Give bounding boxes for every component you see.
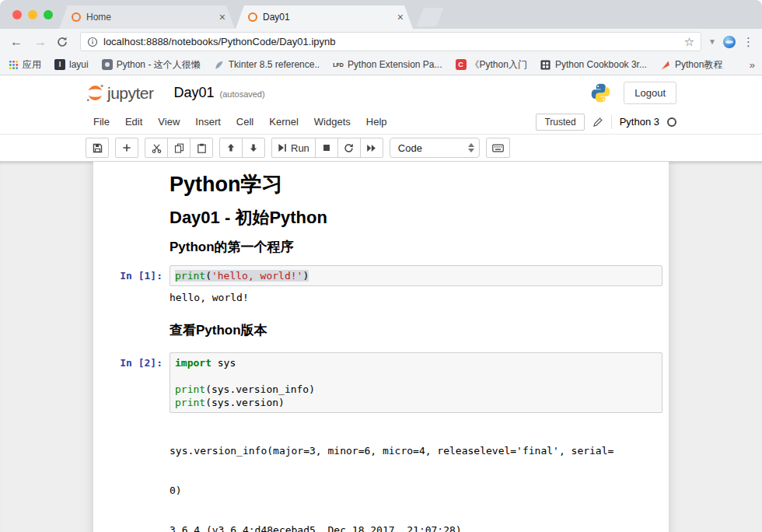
downloads-dropdown-icon[interactable]: ▼ [708, 37, 716, 46]
run-icon [278, 143, 287, 152]
browser-menu-icon[interactable]: ⋮ [743, 35, 754, 49]
trusted-button[interactable]: Trusted [536, 114, 584, 131]
move-cell-up-button[interactable] [219, 138, 243, 158]
address-bar: ← → localhost:8888/notebooks/PythonCode/… [0, 29, 762, 54]
url-text[interactable]: localhost:8888/notebooks/PythonCode/Day0… [103, 36, 679, 47]
interrupt-kernel-button[interactable] [315, 138, 338, 158]
restart-run-all-button[interactable] [360, 138, 383, 158]
code-input-area[interactable]: print('hello, world!') [170, 265, 662, 286]
copy-cell-button[interactable] [167, 138, 190, 158]
bookmark-cookbook[interactable]: Python Cookbook 3r... [540, 59, 647, 70]
output-text: hello, world! [170, 286, 662, 309]
close-window-button[interactable] [12, 10, 22, 19]
code-token: sys [211, 357, 236, 369]
tab-close-icon[interactable]: × [219, 12, 225, 23]
prompt-spacer [93, 323, 170, 338]
output-cell-2: sys.version_info(major=3, minor=6, micro… [93, 413, 662, 532]
input-prompt: In [2]: [93, 352, 170, 413]
code-token-builtin: print [175, 383, 205, 395]
minimize-window-button[interactable] [28, 10, 37, 19]
bookmarks-overflow-icon[interactable]: » [750, 59, 755, 71]
bookmark-apps[interactable]: 应用 [8, 58, 41, 72]
menu-kernel[interactable]: Kernel [261, 111, 306, 132]
python-blog-icon [102, 59, 113, 70]
paste-icon [197, 143, 207, 153]
book-grid-icon [540, 59, 551, 70]
header-right: Logout [590, 82, 676, 104]
save-button[interactable] [86, 138, 109, 158]
bookmarks-bar: 应用 l layui Python - 这个人很懒 Tkinter 8.5 re… [0, 54, 762, 75]
bookmark-star-icon[interactable]: ☆ [684, 35, 694, 49]
code-cell-2[interactable]: In [2]: import sys print(sys.version_inf… [93, 352, 662, 413]
bookmark-python-tutorial[interactable]: Python教程 [660, 58, 722, 72]
notebook-scroll-area[interactable]: Python学习 Day01 - 初始Python Python的第一个程序 I… [0, 162, 762, 532]
markdown-cell-h2[interactable]: Day01 - 初始Python [93, 208, 662, 227]
traffic-lights [12, 10, 53, 19]
new-tab-button[interactable] [416, 8, 444, 26]
logout-button[interactable]: Logout [624, 82, 676, 104]
move-cell-down-button[interactable] [242, 138, 265, 158]
tab-home[interactable]: Home × [59, 5, 235, 29]
markdown-cell-h3b[interactable]: 查看Python版本 [93, 323, 662, 338]
bookmark-tkinter[interactable]: Tkinter 8.5 reference.. [214, 59, 320, 70]
output-cell-1: hello, world! [93, 286, 662, 309]
bookmark-python-extension[interactable]: LFD Python Extension Pa... [333, 59, 442, 70]
edit-mode-pencil-icon [592, 117, 603, 128]
bookmark-layui[interactable]: l layui [54, 59, 89, 70]
bookmark-python-blog[interactable]: Python - 这个人很懒 [102, 58, 201, 72]
save-icon [93, 143, 103, 153]
menu-cell[interactable]: Cell [229, 111, 261, 132]
bookmark-label: Python Cookbook 3r... [555, 59, 647, 70]
heading-2: Day01 - 初始Python [170, 208, 662, 227]
bookmark-label: Python教程 [675, 58, 722, 72]
prompt-spacer [93, 208, 170, 227]
menu-help[interactable]: Help [358, 111, 395, 132]
reload-button[interactable] [56, 36, 73, 48]
feather-icon [214, 59, 225, 70]
extension-globe-icon[interactable] [723, 36, 736, 48]
paste-cell-button[interactable] [190, 138, 213, 158]
tab-close-icon[interactable]: × [397, 12, 404, 23]
page-info-icon[interactable] [87, 37, 98, 47]
input-prompt: In [1]: [93, 265, 170, 286]
code-cell-1[interactable]: In [1]: print('hello, world!') [93, 265, 662, 286]
add-cell-button[interactable] [115, 138, 138, 158]
bookmark-label: 应用 [23, 58, 41, 72]
bookmark-csdn-python[interactable]: C 《Python入门 [456, 58, 527, 72]
menu-widgets[interactable]: Widgets [306, 111, 358, 132]
url-field[interactable]: localhost:8888/notebooks/PythonCode/Day0… [80, 32, 701, 51]
back-button[interactable]: ← [8, 35, 25, 49]
keyboard-icon [492, 143, 504, 153]
prompt-spacer [93, 173, 170, 197]
code-input-area[interactable]: import sys print(sys.version_info) print… [170, 352, 662, 413]
cut-cell-button[interactable] [145, 138, 168, 158]
run-cell-button[interactable]: Run [271, 138, 316, 158]
jupyter-favicon-icon [248, 12, 257, 22]
plus-icon [122, 143, 131, 152]
cell-type-select[interactable]: Code [390, 138, 480, 158]
forward-button[interactable]: → [32, 35, 49, 49]
restart-icon [344, 143, 354, 153]
cut-icon [152, 143, 162, 153]
code-token-string: 'hello, world!' [211, 270, 302, 282]
python-logo-icon [590, 82, 611, 103]
code-token-builtin: print [175, 270, 205, 282]
notebook-title-wrap: Day01 (autosaved) [174, 85, 265, 101]
heading-3: Python的第一个程序 [170, 240, 662, 255]
bookmark-label: Tkinter 8.5 reference.. [229, 59, 320, 70]
output-line: sys.version_info(major=3, minor=6, micro… [170, 444, 662, 457]
menu-edit[interactable]: Edit [117, 111, 150, 132]
bookmark-label: Python Extension Pa... [348, 59, 442, 70]
notebook-title[interactable]: Day01 [174, 85, 215, 101]
restart-kernel-button[interactable] [337, 138, 361, 158]
markdown-cell-h3a[interactable]: Python的第一个程序 [93, 240, 662, 255]
tab-day01[interactable]: Day01 × [236, 5, 413, 29]
markdown-cell-h1[interactable]: Python学习 [93, 173, 662, 197]
menu-view[interactable]: View [150, 111, 187, 132]
menu-file[interactable]: File [86, 111, 117, 132]
jupyter-logo[interactable]: jupyter [86, 83, 154, 103]
kernel-name: Python 3 [620, 116, 659, 128]
zoom-window-button[interactable] [44, 10, 53, 19]
command-palette-button[interactable] [486, 138, 510, 158]
menu-insert[interactable]: Insert [187, 111, 229, 132]
